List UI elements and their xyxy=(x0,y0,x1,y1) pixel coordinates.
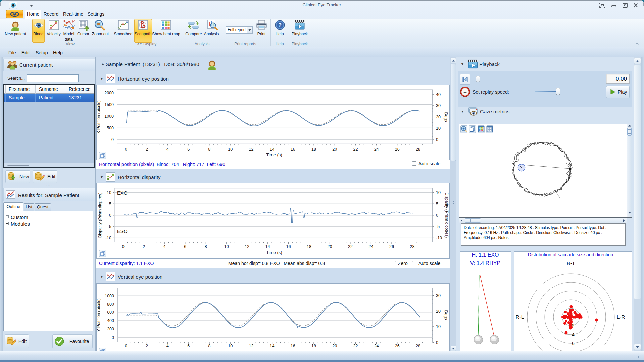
svg-text:Y Position (pixels): Y Position (pixels) xyxy=(96,298,101,332)
svg-text:1500: 1500 xyxy=(104,102,114,107)
svg-text:22: 22 xyxy=(353,344,358,348)
svg-text:24: 24 xyxy=(374,147,379,152)
svg-text:28: 28 xyxy=(410,244,415,249)
svg-text:2: 2 xyxy=(143,244,145,249)
svg-text:-5: -5 xyxy=(436,224,440,229)
svg-text:10: 10 xyxy=(228,147,233,152)
svg-text:6: 6 xyxy=(187,147,190,152)
svg-text:30: 30 xyxy=(436,103,441,108)
svg-text:0: 0 xyxy=(111,137,114,142)
svg-text:0: 0 xyxy=(109,213,111,218)
svg-text:14: 14 xyxy=(270,344,275,348)
svg-text:0: 0 xyxy=(125,147,127,152)
svg-text:6: 6 xyxy=(187,344,190,348)
svg-text:10: 10 xyxy=(436,190,441,195)
svg-text:400: 400 xyxy=(107,318,114,323)
svg-text:26: 26 xyxy=(389,244,394,249)
svg-text:1000: 1000 xyxy=(104,114,114,119)
svg-text:12: 12 xyxy=(249,344,253,348)
svg-text:16: 16 xyxy=(291,344,295,348)
svg-text:?: ? xyxy=(278,22,282,28)
svg-text:10: 10 xyxy=(436,324,441,329)
svg-text:18: 18 xyxy=(307,244,311,249)
svg-text:Time (s): Time (s) xyxy=(266,152,282,157)
svg-text:22: 22 xyxy=(353,147,358,152)
svg-text:-10: -10 xyxy=(105,236,111,240)
svg-text:5: 5 xyxy=(436,202,438,206)
svg-text:20: 20 xyxy=(436,115,441,119)
svg-text:4: 4 xyxy=(166,344,169,348)
svg-text:2000: 2000 xyxy=(104,90,114,95)
svg-text:0: 0 xyxy=(112,335,114,340)
svg-text:12: 12 xyxy=(245,244,249,249)
svg-text:10: 10 xyxy=(228,344,233,348)
svg-text:10: 10 xyxy=(107,190,111,195)
svg-text:Time (s): Time (s) xyxy=(266,250,282,255)
svg-text:16: 16 xyxy=(291,147,295,152)
svg-text:8: 8 xyxy=(205,244,207,249)
svg-text:Degs: Degs xyxy=(444,310,448,320)
svg-text:Disparity (Prism dioptres): Disparity (Prism dioptres) xyxy=(98,193,102,238)
svg-text:28: 28 xyxy=(416,147,420,152)
svg-text:30: 30 xyxy=(436,293,441,298)
svg-text:20: 20 xyxy=(332,344,337,348)
svg-text:-5: -5 xyxy=(108,224,111,229)
svg-text:200: 200 xyxy=(107,327,114,331)
svg-text:6: 6 xyxy=(572,341,575,346)
svg-text:14: 14 xyxy=(265,244,270,249)
svg-text:X Position (pixels): X Position (pixels) xyxy=(96,100,101,134)
svg-text:2: 2 xyxy=(146,147,148,152)
svg-text:0: 0 xyxy=(436,213,438,218)
svg-text:26: 26 xyxy=(395,344,400,348)
svg-text:20: 20 xyxy=(332,147,337,152)
svg-text:22: 22 xyxy=(348,244,353,249)
svg-text:0: 0 xyxy=(122,244,125,249)
svg-text:24: 24 xyxy=(368,244,373,249)
svg-text:0: 0 xyxy=(125,344,127,348)
svg-text:12: 12 xyxy=(249,147,253,152)
svg-text:5: 5 xyxy=(109,202,111,206)
svg-text:20: 20 xyxy=(436,309,441,314)
svg-text:10: 10 xyxy=(436,126,441,131)
svg-text:500: 500 xyxy=(107,126,114,130)
svg-text:24: 24 xyxy=(374,344,379,348)
svg-text:EXO: EXO xyxy=(117,190,128,196)
svg-text:4: 4 xyxy=(572,332,575,337)
svg-text:28: 28 xyxy=(416,344,420,348)
svg-text:10: 10 xyxy=(224,244,229,249)
svg-text:40: 40 xyxy=(436,92,441,97)
svg-text:16: 16 xyxy=(286,244,291,249)
svg-text:0: 0 xyxy=(436,137,438,142)
svg-text:4: 4 xyxy=(163,244,166,249)
svg-text:20: 20 xyxy=(327,244,332,249)
svg-text:18: 18 xyxy=(311,147,316,152)
svg-text:L-R: L-R xyxy=(617,314,625,320)
svg-text:26: 26 xyxy=(395,147,400,152)
svg-text:800: 800 xyxy=(107,302,114,307)
svg-text:1000: 1000 xyxy=(105,294,114,298)
svg-text:B-T: B-T xyxy=(567,260,575,266)
svg-text:14: 14 xyxy=(270,147,275,152)
svg-text:6: 6 xyxy=(184,244,186,249)
svg-text:Disparity (Prism dioptres): Disparity (Prism dioptres) xyxy=(444,193,449,238)
svg-text:0: 0 xyxy=(436,340,438,345)
svg-text:2: 2 xyxy=(146,344,148,348)
svg-text:600: 600 xyxy=(107,310,114,315)
svg-text:8: 8 xyxy=(208,344,211,348)
svg-text:-10: -10 xyxy=(436,236,442,240)
svg-text:R-L: R-L xyxy=(516,314,524,320)
svg-text:Degs: Degs xyxy=(444,112,448,122)
svg-text:8: 8 xyxy=(208,147,211,152)
svg-text:ESO: ESO xyxy=(117,229,128,234)
svg-text:18: 18 xyxy=(311,344,316,348)
svg-text:4: 4 xyxy=(166,147,169,152)
